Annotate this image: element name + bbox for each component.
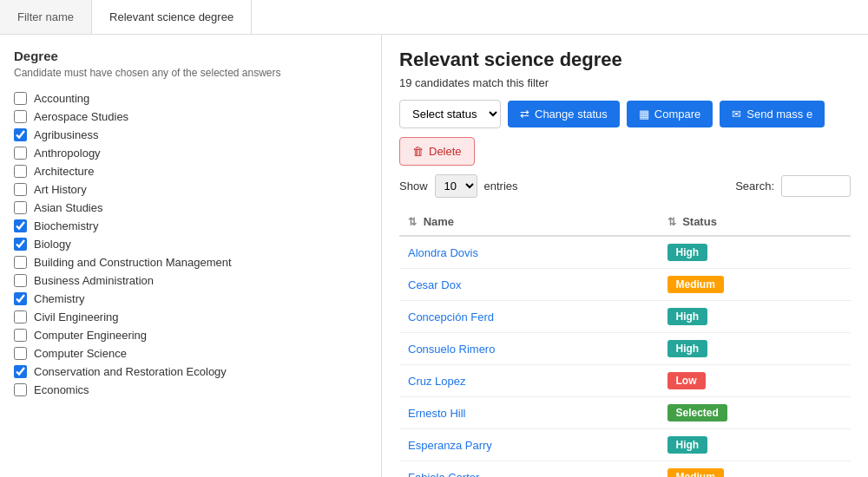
candidate-name-link[interactable]: Concepción Ferd	[408, 310, 494, 323]
candidate-name-cell: Cruz Lopez	[399, 365, 659, 397]
page-title: Relevant science degree	[399, 49, 851, 71]
candidate-status-cell: High	[659, 301, 852, 333]
candidate-status-cell: Medium	[659, 461, 852, 478]
candidate-name-link[interactable]: Alondra Dovis	[408, 246, 478, 259]
status-badge: Medium	[667, 276, 724, 293]
toolbar: Select status ⇄ Change status ▦ Compare …	[399, 100, 851, 128]
degree-label[interactable]: Computer Engineering	[34, 329, 147, 342]
compare-icon: ▦	[639, 108, 649, 121]
sort-status-icon[interactable]: ⇅	[667, 216, 676, 228]
candidate-status-cell: Selected	[659, 397, 852, 429]
degree-checkbox-architecture[interactable]	[14, 165, 27, 178]
header: Filter name Relevant science degree	[0, 0, 868, 35]
compare-button[interactable]: ▦ Compare	[627, 101, 713, 127]
degree-checkbox-art-history[interactable]	[14, 183, 27, 196]
candidates-table: ⇅ Name ⇅ Status Alondra DovisHighCesar D…	[399, 208, 851, 477]
degree-checkbox-asian-studies[interactable]	[14, 201, 27, 214]
degree-checkbox-computer-engineering[interactable]	[14, 329, 27, 342]
table-row: Cesar DoxMedium	[399, 269, 851, 301]
candidate-name-cell: Cesar Dox	[399, 269, 659, 301]
tab-relevant-science-degree[interactable]: Relevant science degree	[92, 0, 252, 34]
status-badge: High	[667, 308, 708, 325]
table-row: Ernesto HillSelected	[399, 397, 851, 429]
candidate-name-link[interactable]: Cruz Lopez	[408, 375, 465, 388]
candidate-name-cell: Ernesto Hill	[399, 397, 659, 429]
change-status-button[interactable]: ⇄ Change status	[508, 101, 620, 127]
checkbox-item: Chemistry	[14, 290, 367, 308]
status-badge: High	[667, 244, 708, 261]
degree-subtitle: Candidate must have chosen any of the se…	[14, 67, 367, 79]
degree-checkbox-agribusiness[interactable]	[14, 128, 27, 141]
checkbox-item: Building and Construction Management	[14, 253, 367, 271]
degree-label[interactable]: Anthropology	[34, 147, 101, 160]
candidate-name-link[interactable]: Esperanza Parry	[408, 439, 492, 452]
status-badge: High	[667, 436, 708, 454]
candidate-name-link[interactable]: Consuelo Rimero	[408, 343, 495, 356]
delete-button[interactable]: 🗑 Delete	[399, 137, 475, 166]
candidate-name-link[interactable]: Ernesto Hill	[408, 407, 465, 420]
checkbox-item: Economics	[14, 381, 367, 399]
status-badge: Low	[667, 372, 706, 389]
tab-filter-name[interactable]: Filter name	[0, 0, 92, 34]
candidate-status-cell: Medium	[659, 269, 852, 301]
degree-label[interactable]: Asian Studies	[34, 201, 103, 214]
degree-checkbox-aerospace-studies[interactable]	[14, 110, 27, 123]
degree-label[interactable]: Economics	[34, 383, 89, 396]
degree-checkbox-building-and-construction-management[interactable]	[14, 256, 27, 269]
table-row: Consuelo RimeroHigh	[399, 333, 851, 365]
degree-checkbox-biology[interactable]	[14, 238, 27, 251]
checkbox-item: Computer Science	[14, 344, 367, 363]
main-layout: Degree Candidate must have chosen any of…	[0, 35, 868, 477]
degree-label[interactable]: Biology	[34, 238, 71, 251]
degree-checkbox-anthropology[interactable]	[14, 147, 27, 160]
degree-label[interactable]: Business Administration	[34, 274, 154, 287]
candidate-name-cell: Concepción Ferd	[399, 301, 659, 333]
checkbox-item: Business Administration	[14, 271, 367, 290]
degree-label[interactable]: Art History	[34, 183, 87, 196]
degree-label[interactable]: Architecture	[34, 165, 94, 178]
degree-label[interactable]: Aerospace Studies	[34, 110, 128, 123]
degree-checkbox-conservation-and-restoration-ecology[interactable]	[14, 365, 27, 378]
degree-label[interactable]: Civil Engineering	[34, 310, 119, 323]
degree-label[interactable]: Accounting	[34, 92, 89, 105]
send-mass-button[interactable]: ✉ Send mass e	[720, 101, 825, 127]
degree-checkbox-chemistry[interactable]	[14, 292, 27, 305]
degree-checkbox-computer-science[interactable]	[14, 347, 27, 360]
select-status-dropdown[interactable]: Select status	[399, 100, 501, 128]
degree-label[interactable]: Conservation and Restoration Ecology	[34, 365, 227, 378]
checkbox-item: Computer Engineering	[14, 326, 367, 344]
degree-title: Degree	[14, 49, 367, 63]
degree-checkbox-biochemistry[interactable]	[14, 219, 27, 232]
col-name-header: ⇅ Name	[399, 208, 659, 236]
candidate-name-cell: Fabiola Carter	[399, 461, 659, 478]
sort-name-icon[interactable]: ⇅	[408, 216, 417, 228]
degree-checkbox-economics[interactable]	[14, 383, 27, 396]
entries-label: entries	[484, 180, 518, 193]
delete-icon: 🗑	[412, 145, 424, 158]
candidate-name-cell: Alondra Dovis	[399, 236, 659, 269]
search-input[interactable]	[781, 175, 851, 197]
show-label: Show	[399, 180, 428, 193]
send-mass-icon: ✉	[732, 108, 741, 121]
checkbox-item: Biology	[14, 235, 367, 253]
table-row: Cruz LopezLow	[399, 365, 851, 397]
checkbox-item: Agribusiness	[14, 126, 367, 144]
candidate-name-link[interactable]: Cesar Dox	[408, 278, 461, 291]
degree-label[interactable]: Biochemistry	[34, 219, 98, 232]
candidate-name-link[interactable]: Fabiola Carter	[408, 471, 479, 478]
table-row: Alondra DovisHigh	[399, 236, 851, 269]
degree-checkbox-accounting[interactable]	[14, 92, 27, 105]
degree-checkbox-business-administration[interactable]	[14, 274, 27, 287]
candidate-status-cell: High	[659, 236, 852, 269]
checkbox-item: Asian Studies	[14, 199, 367, 217]
degree-checkbox-civil-engineering[interactable]	[14, 310, 27, 323]
degree-label[interactable]: Computer Science	[34, 347, 127, 360]
degree-label[interactable]: Chemistry	[34, 292, 85, 305]
entries-per-page-select[interactable]: 10 25 50	[435, 174, 477, 198]
show-entries-row: Show 10 25 50 entries Search:	[399, 174, 851, 198]
degree-label[interactable]: Agribusiness	[34, 128, 98, 141]
candidate-status-cell: Low	[659, 365, 852, 397]
col-status-header: ⇅ Status	[659, 208, 852, 236]
degree-label[interactable]: Building and Construction Management	[34, 256, 232, 269]
checkbox-item: Aerospace Studies	[14, 108, 367, 126]
